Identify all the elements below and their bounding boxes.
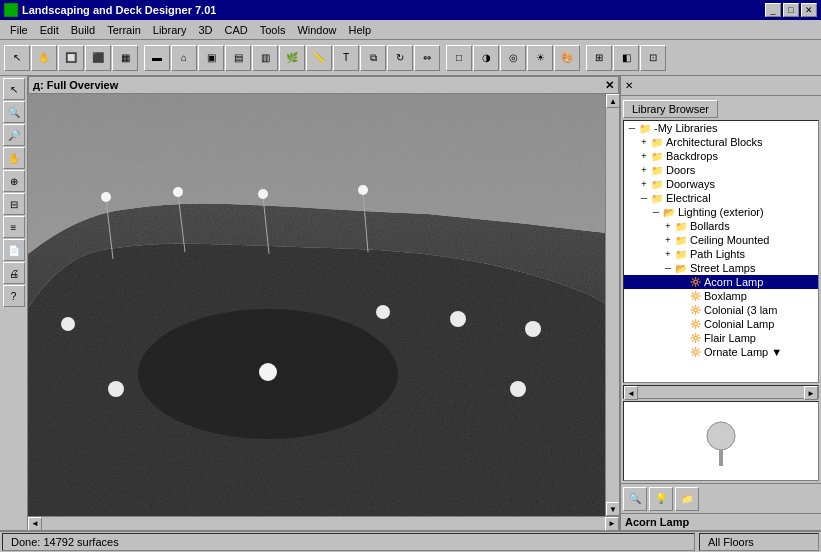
item-icon-boxlamp: 🔆: [688, 290, 702, 302]
toolbar-select[interactable]: ↖: [4, 45, 30, 71]
toolbar-3d-view[interactable]: ⬛: [85, 45, 111, 71]
app-title: Landscaping and Deck Designer 7.01: [22, 4, 216, 16]
tree-item-doors[interactable]: + 📁 Doors: [624, 163, 818, 177]
folder-icon-arch: 📁: [650, 136, 664, 148]
toolbar-terrain-tool[interactable]: ▥: [252, 45, 278, 71]
tree-scroll-left[interactable]: ◄: [624, 386, 638, 400]
toolbar-measure[interactable]: 📏: [306, 45, 332, 71]
item-icon-ornate-lamp: 🔆: [688, 346, 702, 358]
viewport-scrollbar-horizontal[interactable]: ◄ ►: [28, 516, 619, 530]
svg-point-6: [173, 187, 183, 197]
svg-point-14: [450, 311, 466, 327]
scroll-left-arrow[interactable]: ◄: [28, 517, 42, 531]
item-icon-colonial-3: 🔆: [688, 304, 702, 316]
toolbar-text[interactable]: T: [333, 45, 359, 71]
viewport-close[interactable]: ✕: [605, 79, 614, 92]
tool-doc[interactable]: 📄: [3, 239, 25, 261]
item-icon-colonial-lamp: 🔆: [688, 318, 702, 330]
toolbar-mirror[interactable]: ⇔: [414, 45, 440, 71]
toolbar-cam1[interactable]: □: [446, 45, 472, 71]
toolbar-stair[interactable]: ▣: [198, 45, 224, 71]
menu-build[interactable]: Build: [65, 22, 101, 38]
menu-cad[interactable]: CAD: [218, 22, 253, 38]
panel-tool-light[interactable]: 💡: [649, 487, 673, 511]
folder-icon-bollards: 📁: [674, 220, 688, 232]
tree-item-colonial-3[interactable]: 🔆 Colonial (3 lam: [624, 303, 818, 317]
tool-zoom-extent[interactable]: ⊟: [3, 193, 25, 215]
tree-item-street-lamps[interactable]: ─ 📂 Street Lamps: [624, 261, 818, 275]
menu-file[interactable]: File: [4, 22, 34, 38]
menu-tools[interactable]: Tools: [254, 22, 292, 38]
svg-point-8: [258, 189, 268, 199]
toolbar-cam3[interactable]: ◎: [500, 45, 526, 71]
panel-close[interactable]: ✕: [625, 80, 633, 91]
tree-item-ceiling-mounted[interactable]: + 📁 Ceiling Mounted: [624, 233, 818, 247]
tool-search[interactable]: ⊕: [3, 170, 25, 192]
tree-item-boxlamp[interactable]: 🔆 Boxlamp: [624, 289, 818, 303]
menu-edit[interactable]: Edit: [34, 22, 65, 38]
scroll-up-arrow[interactable]: ▲: [606, 94, 619, 108]
panel-tool-folder[interactable]: 📁: [675, 487, 699, 511]
folder-icon-doorways: 📁: [650, 178, 664, 190]
toolbar-wall[interactable]: ▬: [144, 45, 170, 71]
tree-item-bollards[interactable]: + 📁 Bollards: [624, 219, 818, 233]
panel-tool-search[interactable]: 🔍: [623, 487, 647, 511]
tree-item-electrical[interactable]: ─ 📁 Electrical: [624, 191, 818, 205]
main-area: ↖ 🔍 🔎 ✋ ⊕ ⊟ ≡ 📄 🖨 ? д: Full Overview ✕: [0, 76, 821, 530]
tree-item-my-libraries[interactable]: ─ 📁 -My Libraries: [624, 121, 818, 135]
toolbar-extra2[interactable]: ◧: [613, 45, 639, 71]
toolbar-rotate[interactable]: ↻: [387, 45, 413, 71]
tree-item-lighting-exterior[interactable]: ─ 📂 Lighting (exterior): [624, 205, 818, 219]
toolbar-zoom[interactable]: 🔲: [58, 45, 84, 71]
tool-help[interactable]: ?: [3, 285, 25, 307]
tool-zoom-in[interactable]: 🔍: [3, 101, 25, 123]
minimize-button[interactable]: _: [765, 3, 781, 17]
tree-item-backdrops[interactable]: + 📁 Backdrops: [624, 149, 818, 163]
toolbar-deck[interactable]: ▤: [225, 45, 251, 71]
folder-icon-path-lights: 📁: [674, 248, 688, 260]
menu-terrain[interactable]: Terrain: [101, 22, 147, 38]
tree-item-acorn-lamp[interactable]: 🔆 Acorn Lamp: [624, 275, 818, 289]
tool-print[interactable]: 🖨: [3, 262, 25, 284]
toolbar-pan[interactable]: ✋: [31, 45, 57, 71]
library-browser-tab[interactable]: Library Browser: [623, 100, 718, 118]
toolbar-extra1[interactable]: ⊞: [586, 45, 612, 71]
tree-item-flair-lamp[interactable]: 🔆 Flair Lamp: [624, 331, 818, 345]
tree-item-path-lights[interactable]: + 📁 Path Lights: [624, 247, 818, 261]
toolbar-floor[interactable]: ▦: [112, 45, 138, 71]
menu-window[interactable]: Window: [291, 22, 342, 38]
toolbar-roof[interactable]: ⌂: [171, 45, 197, 71]
tool-zoom-out[interactable]: 🔎: [3, 124, 25, 146]
tree-item-doorways[interactable]: + 📁 Doorways: [624, 177, 818, 191]
tree-scroll-right[interactable]: ►: [804, 386, 818, 400]
library-tree[interactable]: ─ 📁 -My Libraries + 📁 Architectural Bloc…: [623, 120, 819, 383]
tree-item-colonial-lamp[interactable]: 🔆 Colonial Lamp: [624, 317, 818, 331]
viewport-container: д: Full Overview ✕: [28, 76, 621, 530]
tool-pan[interactable]: ✋: [3, 147, 25, 169]
menu-3d[interactable]: 3D: [192, 22, 218, 38]
menu-help[interactable]: Help: [343, 22, 378, 38]
viewport-title: д: Full Overview: [33, 79, 118, 91]
svg-point-16: [510, 381, 526, 397]
toolbar-plant[interactable]: 🌿: [279, 45, 305, 71]
close-button[interactable]: ✕: [801, 3, 817, 17]
tool-layers[interactable]: ≡: [3, 216, 25, 238]
toolbar-render[interactable]: 🎨: [554, 45, 580, 71]
tool-arrow[interactable]: ↖: [3, 78, 25, 100]
status-floor: All Floors: [699, 533, 819, 551]
status-main: Done: 14792 surfaces: [2, 533, 695, 551]
maximize-button[interactable]: □: [783, 3, 799, 17]
scroll-down-arrow[interactable]: ▼: [606, 502, 619, 516]
viewport-scrollbar-vertical[interactable]: ▲ ▼: [605, 94, 619, 516]
svg-point-15: [525, 321, 541, 337]
toolbar-sym[interactable]: ⧉: [360, 45, 386, 71]
toolbar-extra3[interactable]: ⊡: [640, 45, 666, 71]
menu-library[interactable]: Library: [147, 22, 193, 38]
tree-item-architectural-blocks[interactable]: + 📁 Architectural Blocks: [624, 135, 818, 149]
svg-rect-20: [719, 450, 723, 466]
toolbar-cam2[interactable]: ◑: [473, 45, 499, 71]
scroll-right-arrow[interactable]: ►: [605, 517, 619, 531]
viewport-canvas[interactable]: [28, 94, 605, 516]
toolbar-sun[interactable]: ☀: [527, 45, 553, 71]
tree-item-ornate-lamp[interactable]: 🔆 Ornate Lamp ▼: [624, 345, 818, 359]
